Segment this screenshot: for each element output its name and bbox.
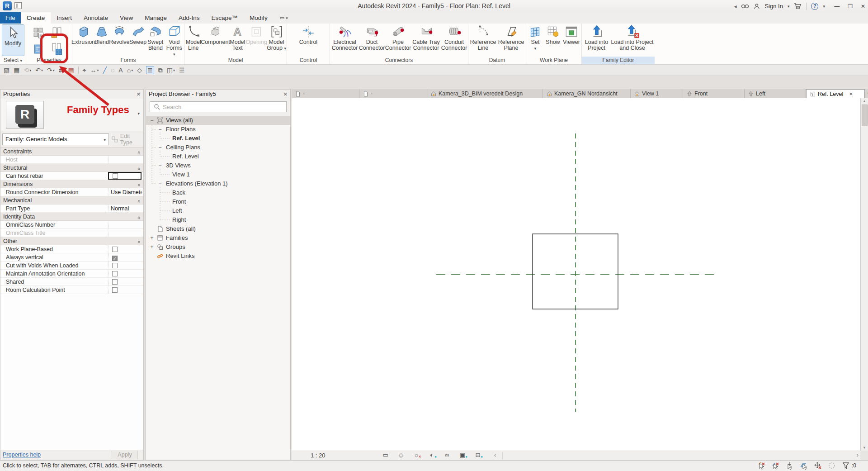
- void-forms-button[interactable]: Void Forms ▾: [165, 24, 184, 57]
- model-group-button[interactable]: Model Group ▾: [266, 24, 287, 52]
- user-icon[interactable]: [754, 3, 760, 10]
- section-mechanical[interactable]: Mechanical«: [0, 196, 143, 205]
- property-row[interactable]: Maintain Annotation Orientation: [0, 270, 143, 278]
- property-row[interactable]: Can host rebar: [0, 172, 143, 180]
- collapse-expander-icon[interactable]: −: [157, 161, 163, 170]
- tab-manage[interactable]: Manage: [139, 12, 173, 24]
- show-work-plane-button[interactable]: Show: [544, 24, 562, 45]
- set-work-plane-button[interactable]: Set▾: [527, 24, 544, 52]
- view-tab-kamera-gn[interactable]: Kamera_GN Nordansicht: [543, 89, 631, 98]
- modify-button[interactable]: Modify: [2, 24, 24, 56]
- load-into-project-button[interactable]: Load into Project: [583, 24, 611, 51]
- store-cart-icon[interactable]: [794, 3, 802, 10]
- collapse-expander-icon[interactable]: −: [157, 143, 163, 152]
- sign-in-button[interactable]: Sign In: [764, 3, 783, 10]
- panel-label-select[interactable]: Select ▾: [0, 57, 26, 64]
- preview-caret-icon[interactable]: ▾: [137, 111, 140, 116]
- close-button[interactable]: ✕: [861, 3, 865, 10]
- property-row[interactable]: Room Calculation Point: [0, 286, 143, 294]
- collapse-expander-icon[interactable]: −: [157, 125, 163, 134]
- property-row[interactable]: Host: [0, 156, 143, 164]
- reference-plane-button[interactable]: Reference Plane: [497, 24, 525, 51]
- model-line-button[interactable]: Model Line: [184, 24, 203, 51]
- design-options-icon[interactable]: [758, 461, 766, 470]
- undo-icon[interactable]: ↶▾: [35, 67, 43, 74]
- property-row[interactable]: Work Plane-Based: [0, 245, 143, 253]
- family-category-button[interactable]: [48, 25, 65, 40]
- tab-annotate[interactable]: Annotate: [78, 12, 114, 24]
- visual-style-icon[interactable]: ◇: [396, 452, 406, 458]
- tree-item-ref-level-ceiling[interactable]: Ref. Level: [146, 152, 290, 161]
- type-selector-combobox[interactable]: Family: Generic Models ▾: [2, 133, 109, 145]
- detach-icon[interactable]: ◌: [111, 67, 114, 74]
- tree-item-right[interactable]: Right: [146, 215, 290, 224]
- scrollbar-thumb[interactable]: [862, 105, 868, 126]
- tree-item-left[interactable]: Left: [146, 206, 290, 215]
- swept-blend-button[interactable]: Swept Blend: [146, 24, 165, 51]
- worksharing-display-icon[interactable]: [800, 461, 808, 470]
- tab-enscape[interactable]: Escape™: [205, 12, 244, 24]
- properties-close-icon[interactable]: ✕: [137, 90, 141, 99]
- property-row[interactable]: OmniClass Number: [0, 221, 143, 229]
- tree-item-sheets[interactable]: Sheets (all): [146, 224, 290, 233]
- tab-create[interactable]: Create: [21, 12, 51, 24]
- property-row[interactable]: Round Connector DimensionUse Diameter: [0, 188, 143, 196]
- tree-item-view-1[interactable]: View 1: [146, 170, 290, 179]
- expand-expander-icon[interactable]: +: [149, 243, 155, 252]
- customize-qat-icon[interactable]: ☰: [179, 67, 185, 74]
- sweep-button[interactable]: Sweep: [129, 24, 146, 45]
- save-icon[interactable]: ▦: [14, 67, 19, 74]
- cable-tray-connector-button[interactable]: Cable Tray Connector: [411, 24, 441, 51]
- disjoin-icon[interactable]: [814, 461, 822, 470]
- view-tab[interactable]: -: [292, 89, 359, 98]
- conduit-connector-button[interactable]: Conduit Connector: [441, 24, 467, 51]
- load-into-project-close-button[interactable]: Load into Project and Close: [611, 24, 654, 51]
- family-thumbnail[interactable]: R: [6, 101, 44, 129]
- checkbox-unchecked[interactable]: [113, 173, 118, 179]
- open-icon[interactable]: ▧: [4, 67, 9, 74]
- tile-views-icon[interactable]: ◫▾: [167, 67, 175, 74]
- filter-icon[interactable]: [842, 461, 850, 470]
- property-row[interactable]: Always vertical✓: [0, 253, 143, 262]
- default-3d-view-icon[interactable]: ⌂▾: [127, 67, 133, 74]
- control-button[interactable]: Control: [297, 24, 320, 45]
- sign-in-caret-icon[interactable]: ▾: [788, 4, 790, 9]
- help-caret-icon[interactable]: ▾: [823, 4, 825, 9]
- component-button[interactable]: Component: [203, 24, 229, 45]
- close-view-icon[interactable]: ✕: [849, 91, 853, 96]
- tab-file[interactable]: File: [0, 12, 21, 24]
- view-tab-ref-level-active[interactable]: Ref. Level ✕: [806, 89, 865, 98]
- project-browser-close-icon[interactable]: ✕: [283, 90, 288, 99]
- tree-item-ceiling-plans[interactable]: − Ceiling Plans: [146, 143, 290, 152]
- checkbox-unchecked[interactable]: [112, 287, 118, 293]
- checkbox-unchecked[interactable]: [112, 247, 118, 252]
- viewer-button[interactable]: Viewer: [562, 24, 581, 45]
- property-row[interactable]: OmniClass Title: [0, 229, 143, 237]
- property-row[interactable]: Shared: [0, 278, 143, 286]
- tree-item-front[interactable]: Front: [146, 197, 290, 206]
- checkbox-unchecked[interactable]: [112, 279, 118, 285]
- model-line-qat-icon[interactable]: ╱: [103, 67, 107, 74]
- view-scale[interactable]: 1 : 20: [311, 452, 326, 459]
- close-hidden-windows-icon[interactable]: ⧉: [158, 67, 163, 74]
- text-icon[interactable]: A: [118, 67, 123, 74]
- insert-from-file-icon[interactable]: ▤: [68, 67, 74, 74]
- collapse-expander-icon[interactable]: −: [149, 116, 155, 125]
- measure-icon[interactable]: ⌖: [83, 67, 86, 74]
- floor-plan-canvas[interactable]: [292, 98, 860, 451]
- tab-modify[interactable]: Modify: [244, 12, 274, 24]
- section-other[interactable]: Other«: [0, 237, 143, 245]
- tree-item-elevations[interactable]: − Elevations (Elevation 1): [146, 179, 290, 188]
- electrical-connector-button[interactable]: Electrical Connector: [331, 24, 359, 51]
- tree-item-ref-level[interactable]: Ref. Level: [146, 134, 290, 143]
- section-icon[interactable]: ◇: [137, 67, 142, 74]
- checkbox-checked[interactable]: ✓: [112, 256, 118, 261]
- revolve-button[interactable]: Revolve: [109, 24, 129, 45]
- property-row[interactable]: Part TypeNormal: [0, 205, 143, 213]
- view-tab-kamera-3d[interactable]: Kamera_3D_BIM veredelt Design: [427, 89, 543, 98]
- aligned-dimension-icon[interactable]: ↔▾: [90, 67, 99, 74]
- section-constraints[interactable]: Constraints«: [0, 147, 143, 156]
- tab-list-caret-icon[interactable]: ▾: [865, 89, 868, 98]
- ribbon-display-toggle[interactable]: ▭ ▾: [280, 12, 288, 24]
- duct-connector-button[interactable]: Duct Connector: [359, 24, 385, 51]
